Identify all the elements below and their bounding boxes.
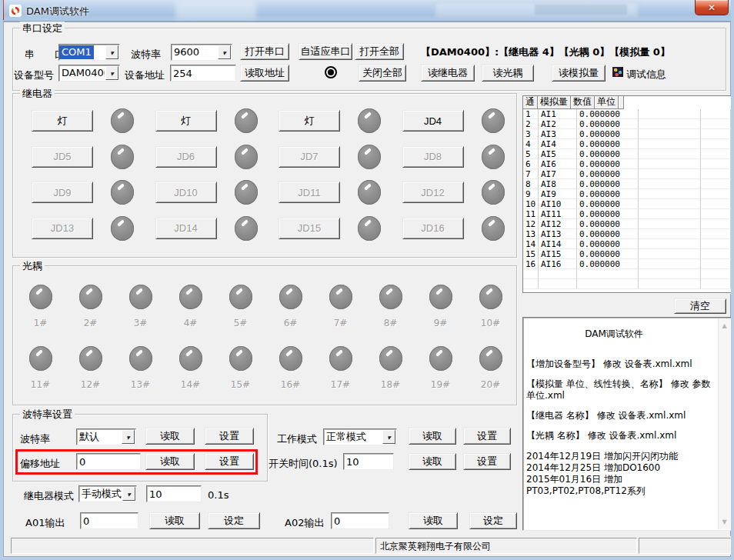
analog-table[interactable]: 通模拟量数值单位 1 AI1 0.000000 2 AI2 0.000000 (522, 95, 732, 293)
chevron-down-icon[interactable]: ▼ (382, 430, 395, 444)
relay-button[interactable]: JD10 (155, 182, 217, 203)
model-select[interactable]: DAM0400 ▼ (58, 65, 120, 82)
opto-cell: 10# (465, 278, 515, 340)
relay-button[interactable]: 灯 (279, 110, 340, 132)
switch-time-field[interactable] (343, 453, 394, 470)
port-select[interactable]: COM1 ▼ (58, 44, 120, 61)
work-mode-select[interactable]: 正常模式 ▼ (323, 428, 397, 445)
status-pane-right (639, 538, 731, 554)
offset-field[interactable] (76, 453, 141, 470)
cell-filler (701, 259, 731, 269)
table-row[interactable]: 12 AI12 0.000000 (523, 219, 731, 229)
column-header[interactable]: 通 (523, 96, 538, 109)
table-row[interactable]: 9 AI9 0.000000 (523, 189, 731, 199)
relay-mode-select[interactable]: 手动模式 ▼ (78, 485, 137, 502)
column-header[interactable] (619, 96, 624, 109)
titlebar[interactable]: DAM调试软件 ✕ (0, 0, 734, 22)
read-address-button[interactable]: 读取地址 (240, 65, 289, 82)
relay-button[interactable]: JD7 (279, 146, 340, 168)
address-field[interactable] (170, 65, 236, 82)
table-row[interactable]: 1 AI1 0.000000 (523, 109, 731, 119)
opto-label: 10# (481, 318, 500, 328)
cell-filler (701, 129, 731, 139)
baud-set-button[interactable]: 设置 (205, 428, 254, 445)
read-opto-button[interactable]: 读光耦 (482, 65, 534, 82)
ao1-read-button[interactable]: 读取 (149, 512, 200, 529)
baud-read-button[interactable]: 读取 (145, 428, 195, 445)
open-all-button[interactable]: 打开全部 (355, 43, 404, 60)
table-row[interactable]: 6 AI6 0.000000 (523, 159, 731, 169)
cell-value: 0.000000 (577, 229, 639, 239)
read-relay-button[interactable]: 读继电器 (421, 65, 475, 82)
switch-time-read-button[interactable]: 读取 (409, 453, 456, 470)
close-button[interactable]: ✕ (695, 0, 729, 15)
table-row[interactable]: 13 AI13 0.000000 (523, 229, 731, 239)
cell-name: AI8 (539, 179, 577, 189)
chevron-down-icon[interactable]: ▼ (105, 45, 118, 59)
relay-button[interactable]: JD12 (402, 182, 464, 203)
work-mode-set-button[interactable]: 设置 (463, 428, 511, 445)
relay-button[interactable]: JD11 (279, 182, 340, 203)
ao2-set-button[interactable]: 设定 (469, 512, 517, 529)
relay-button[interactable]: JD16 (402, 218, 464, 239)
column-header[interactable]: 单位 (595, 96, 619, 109)
read-analog-button[interactable]: 读模拟量 (552, 65, 606, 82)
chevron-down-icon[interactable]: ▼ (105, 66, 118, 80)
info-panel[interactable]: DAM调试软件【增加设备型号】 修改 设备表.xml.xml【模拟量 单位、线性… (522, 317, 732, 531)
table-row[interactable]: 7 AI7 0.000000 (523, 169, 731, 179)
chevron-down-icon[interactable]: ▼ (122, 487, 135, 501)
status-bar: 北京聚英翱翔电子有限公司 (6, 536, 734, 555)
clear-button[interactable]: 清空 (674, 298, 726, 314)
cell-channel: 5 (523, 149, 539, 159)
model-label: 设备型号 (14, 68, 54, 82)
ao2-read-button[interactable]: 读取 (409, 512, 458, 529)
baud-select[interactable]: 9600 ▼ (171, 44, 232, 61)
table-row[interactable]: 5 AI5 0.000000 (523, 149, 731, 159)
relay-button[interactable]: 灯 (32, 110, 93, 132)
offset-read-button[interactable]: 读取 (145, 453, 195, 470)
table-row[interactable]: 4 AI4 0.000000 (523, 139, 731, 149)
relay-button[interactable]: JD9 (32, 182, 93, 203)
relay-button[interactable]: JD8 (402, 146, 464, 168)
table-row[interactable]: 16 AI16 0.000000 (523, 259, 731, 269)
relay-mode-time-field[interactable] (146, 485, 202, 502)
open-port-button[interactable]: 打开串口 (240, 43, 289, 60)
connection-indicator (325, 66, 337, 78)
switch-time-set-button[interactable]: 设置 (463, 453, 511, 470)
relay-button[interactable]: JD4 (402, 110, 464, 132)
table-row[interactable]: 2 AI2 0.000000 (523, 119, 731, 129)
scroll-down-icon[interactable]: ▼ (719, 516, 730, 528)
table-row[interactable]: 14 AI14 0.000000 (523, 239, 731, 249)
cell-unit (639, 239, 701, 249)
ao2-field[interactable] (331, 512, 389, 529)
offset-set-button[interactable]: 设置 (205, 453, 254, 470)
auto-port-button[interactable]: 自适应串口 (299, 43, 352, 60)
ao1-set-button[interactable]: 设定 (208, 512, 260, 529)
column-header[interactable]: 模拟量 (538, 96, 571, 109)
table-row[interactable]: 15 AI15 0.000000 (523, 249, 731, 259)
ao2-label: A02输出 (285, 516, 324, 530)
chevron-down-icon[interactable]: ▼ (218, 45, 231, 59)
column-header[interactable]: 数值 (571, 96, 595, 109)
scroll-up-icon[interactable]: ▲ (719, 320, 730, 332)
baud-setting-select[interactable]: 默认 ▼ (76, 428, 136, 445)
table-row[interactable]: 3 AI3 0.000000 (523, 129, 731, 139)
table-row[interactable]: 10 AI10 0.000000 (523, 199, 731, 209)
close-all-button[interactable]: 关闭全部 (359, 65, 406, 82)
table-row[interactable]: 8 AI8 0.000000 (523, 179, 731, 189)
ao1-field[interactable] (80, 512, 138, 529)
opto-label: 11# (31, 379, 50, 390)
relay-led-indicator (358, 216, 381, 241)
info-scrollbar[interactable]: ▲ ▼ (718, 318, 730, 529)
relay-button[interactable]: JD15 (279, 218, 340, 239)
table-row[interactable]: 11 AI11 0.000000 (523, 209, 731, 219)
cell-channel: 14 (523, 239, 539, 249)
relay-button[interactable]: JD6 (155, 146, 217, 168)
chevron-down-icon[interactable]: ▼ (122, 430, 135, 444)
relay-button[interactable]: JD14 (155, 218, 217, 239)
relay-button[interactable]: JD13 (32, 218, 93, 239)
cell-unit (639, 209, 701, 219)
work-mode-read-button[interactable]: 读取 (409, 428, 456, 445)
relay-button[interactable]: JD5 (32, 146, 93, 168)
relay-button[interactable]: 灯 (155, 110, 217, 132)
